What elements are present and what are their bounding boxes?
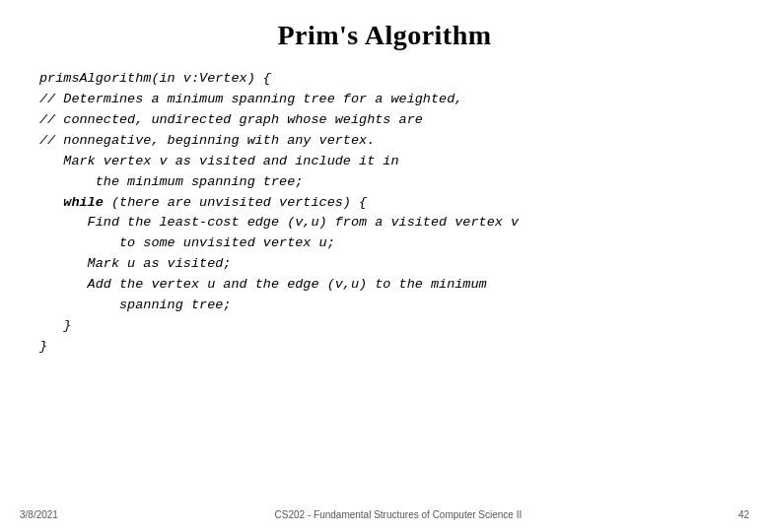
code-line-13: } [39, 316, 739, 337]
code-line-5: Mark vertex v as visited and include it … [39, 152, 739, 172]
footer-page: 42 [738, 509, 749, 520]
code-line-6: the minimum spanning tree; [39, 172, 739, 193]
code-line-9: to some unvisited vertex u; [39, 233, 739, 254]
slide-title: Prim's Algorithm [30, 20, 739, 51]
code-block: primsAlgorithm(in v:Vertex) { // Determi… [30, 69, 739, 358]
footer-date: 3/8/2021 [20, 509, 58, 520]
code-line-1: primsAlgorithm(in v:Vertex) { [39, 69, 739, 90]
footer: 3/8/2021 CS202 - Fundamental Structures … [0, 509, 769, 520]
keyword-while: while [63, 195, 104, 210]
code-line-3: // connected, undirected graph whose wei… [39, 110, 739, 131]
code-line-4: // nonnegative, beginning with any verte… [39, 131, 739, 152]
code-line-10: Mark u as visited; [39, 254, 739, 275]
footer-course: CS202 - Fundamental Structures of Comput… [275, 509, 523, 520]
code-line-12: spanning tree; [39, 296, 739, 316]
code-line-7: while (there are unvisited vertices) { [39, 193, 739, 214]
code-line-8: Find the least-cost edge (v,u) from a vi… [39, 213, 739, 233]
code-line-14: } [39, 337, 739, 358]
slide-container: Prim's Algorithm primsAlgorithm(in v:Ver… [0, 0, 769, 532]
code-line-2: // Determines a minimum spanning tree fo… [39, 90, 739, 110]
code-line-11: Add the vertex u and the edge (v,u) to t… [39, 275, 739, 296]
